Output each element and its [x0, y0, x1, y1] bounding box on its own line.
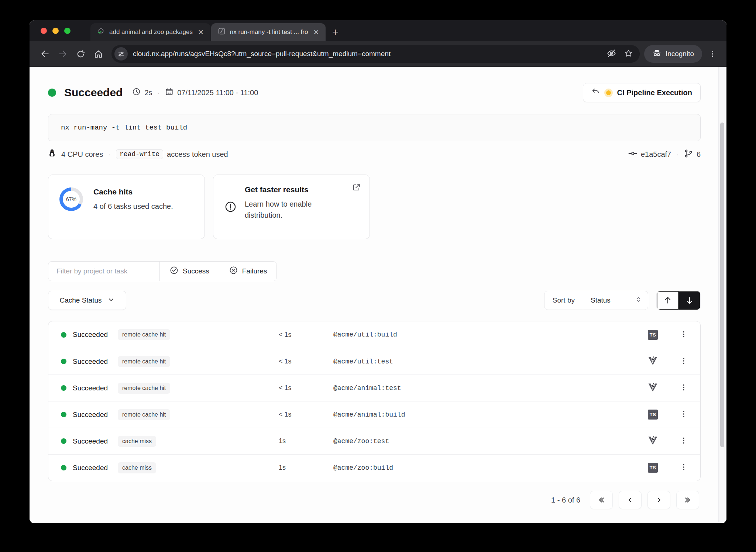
close-window-button[interactable] [41, 28, 47, 34]
faster-card-title: Get faster results [245, 185, 344, 194]
incognito-label: Incognito [666, 50, 694, 58]
cache-card-title: Cache hits [93, 187, 173, 196]
row-task-name[interactable]: @acme/zoo:build [333, 464, 648, 472]
row-menu-button[interactable] [680, 463, 688, 472]
git-branch-icon [684, 149, 693, 160]
external-link-icon[interactable] [352, 183, 361, 193]
cache-card-subtitle: 4 of 6 tasks used cache. [93, 201, 173, 212]
row-duration: < 1s [279, 384, 333, 392]
table-row[interactable]: Succeeded cache miss 1s @acme/zoo:build … [48, 454, 700, 481]
dot-separator: · [675, 150, 680, 159]
table-row[interactable]: Succeeded cache miss 1s @acme/zoo:test T… [48, 428, 700, 454]
page-content: Succeeded 2s · 07/11/2025 11:00 - 11:00 … [30, 67, 726, 523]
url-text: cloud.nx.app/runs/agsvEHsQc8?utm_source=… [133, 50, 606, 58]
tool-icon-cell: TS [648, 356, 671, 367]
row-task-name[interactable]: @acme/util:test [333, 358, 648, 365]
cache-status-badge: remote cache hit [118, 409, 170, 420]
scrollbar-thumb[interactable] [720, 123, 724, 447]
branch-count[interactable]: 6 [697, 150, 701, 159]
failures-filter-label: Failures [242, 267, 267, 275]
failures-filter-button[interactable]: Failures [219, 262, 277, 281]
calendar-icon [165, 87, 173, 98]
row-task-name[interactable]: @acme/animal:test [333, 384, 648, 392]
ci-pipeline-execution-button[interactable]: CI Pipeline Execution [583, 83, 701, 102]
tab-close-icon[interactable]: ✕ [312, 28, 320, 37]
tool-icon-cell: TS [648, 435, 671, 447]
row-status: Succeeded [73, 464, 118, 472]
forward-button[interactable] [54, 45, 72, 63]
back-button[interactable] [36, 45, 54, 63]
cache-status-dropdown[interactable]: Cache Status [48, 291, 126, 310]
page-scrollbar[interactable] [718, 67, 725, 522]
row-status: Succeeded [73, 411, 118, 419]
nx-cloud-favicon [218, 27, 226, 37]
tab-nx-run[interactable]: nx run-many -t lint test ... fro ✕ [211, 23, 326, 41]
row-menu-button[interactable] [680, 357, 688, 366]
row-menu-button[interactable] [680, 330, 688, 339]
row-status: Succeeded [73, 384, 118, 392]
pr-check-favicon [97, 27, 105, 37]
row-menu-button[interactable] [680, 410, 688, 419]
row-duration: < 1s [279, 331, 333, 339]
tab-pull-request[interactable]: add animal and zoo packages ✕ [90, 23, 210, 41]
pagination-label: 1 - 6 of 6 [551, 496, 580, 504]
table-row[interactable]: Succeeded remote cache hit < 1s @acme/an… [48, 401, 700, 428]
row-menu-button[interactable] [680, 437, 688, 446]
success-filter-button[interactable]: Success [159, 262, 219, 281]
bookmark-star-icon[interactable] [624, 49, 633, 59]
run-status-dot [48, 89, 56, 97]
row-status-dot [61, 385, 66, 391]
zoom-window-button[interactable] [64, 28, 71, 34]
first-page-button[interactable] [590, 491, 613, 509]
check-circle-icon [169, 266, 179, 277]
row-status-dot [61, 332, 66, 338]
cache-percent: 67% [63, 191, 80, 208]
last-page-button[interactable] [676, 491, 699, 509]
browser-window: add animal and zoo packages ✕ nx run-man… [30, 20, 726, 523]
task-table-body: Succeeded remote cache hit < 1s @acme/ut… [48, 321, 700, 481]
cache-hits-card[interactable]: 67% Cache hits 4 of 6 tasks used cache. [48, 175, 205, 239]
table-row[interactable]: Succeeded remote cache hit < 1s @acme/ut… [48, 321, 700, 348]
reload-button[interactable] [72, 45, 89, 63]
row-task-name[interactable]: @acme/zoo:test [333, 438, 648, 445]
address-bar[interactable]: cloud.nx.app/runs/agsvEHsQc8?utm_source=… [111, 45, 640, 63]
access-token-label: access token used [167, 150, 228, 159]
sort-descending-button[interactable] [678, 291, 700, 310]
tab-close-icon[interactable]: ✕ [197, 28, 205, 37]
row-task-name[interactable]: @acme/util:build [333, 331, 648, 338]
cache-status-badge: cache miss [118, 462, 156, 473]
home-button[interactable] [89, 45, 107, 63]
site-settings-icon[interactable] [114, 47, 128, 61]
tool-icon-cell: TS [648, 463, 671, 473]
success-filter-label: Success [183, 267, 209, 275]
faster-card-body: Learn how to enable distribution. [245, 199, 344, 221]
pipeline-status-dot [606, 90, 611, 95]
filter-input[interactable] [48, 262, 159, 281]
commit-sha[interactable]: e1a5caf7 [641, 150, 671, 159]
new-tab-button[interactable]: + [326, 27, 345, 41]
chevron-down-icon [107, 296, 115, 305]
minimize-window-button[interactable] [52, 28, 59, 34]
faster-results-card[interactable]: Get faster results Learn how to enable d… [213, 175, 370, 239]
vitest-icon [648, 360, 658, 367]
sort-ascending-button[interactable] [657, 291, 678, 310]
incognito-badge: Incognito [644, 45, 702, 63]
table-row[interactable]: Succeeded remote cache hit < 1s @acme/an… [48, 375, 700, 401]
eye-off-icon[interactable] [606, 48, 616, 60]
sort-field-select[interactable]: Status [583, 291, 648, 310]
tab-strip: add animal and zoo packages ✕ nx run-man… [30, 20, 726, 41]
tool-icon-cell: TS [648, 330, 671, 340]
previous-page-button[interactable] [619, 491, 642, 509]
row-task-name[interactable]: @acme/animal:build [333, 411, 648, 418]
browser-menu-button[interactable] [705, 50, 720, 58]
linux-penguin-icon [48, 149, 56, 160]
typescript-icon: TS [648, 463, 658, 473]
table-row[interactable]: Succeeded remote cache hit < 1s @acme/ut… [48, 348, 700, 375]
commit-icon [628, 149, 637, 160]
sort-field-value: Status [591, 296, 611, 304]
next-page-button[interactable] [647, 491, 670, 509]
row-menu-button[interactable] [680, 383, 688, 393]
incognito-icon [652, 48, 662, 59]
tool-icon-cell: TS [648, 382, 671, 394]
row-duration: < 1s [279, 411, 333, 418]
